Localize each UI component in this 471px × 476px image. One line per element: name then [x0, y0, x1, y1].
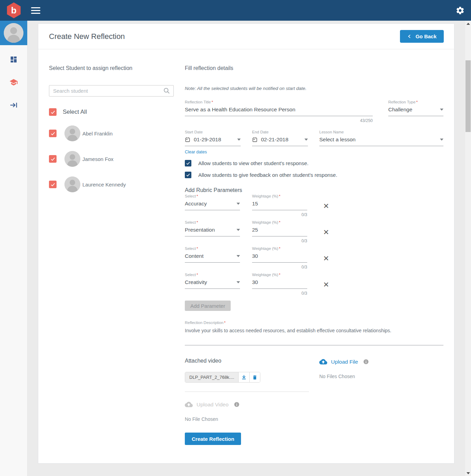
rubric-select-field: Select* Creativity	[185, 273, 240, 296]
chevron-down-icon	[304, 139, 308, 141]
clear-dates-link[interactable]: Clear dates	[185, 150, 207, 154]
rubric-weightage-input[interactable]: 15	[252, 201, 307, 210]
rubric-weightage-field: Weightage (%)* 25 0/3	[252, 220, 307, 243]
rubric-row: Select* Creativity Weightage (%)* 30 0/3…	[185, 273, 443, 296]
chevron-down-icon	[237, 281, 240, 283]
student-checkbox[interactable]	[49, 155, 57, 163]
rubric-weightage-input[interactable]: 25	[252, 227, 307, 236]
allow-view-label: Allow students to view other student's r…	[198, 160, 309, 166]
sidebar-item-dashboard[interactable]	[10, 55, 18, 63]
rubric-select-field: Select* Presentation	[185, 220, 240, 243]
chevron-down-icon	[237, 203, 240, 205]
rubric-weightage-label: Weightage (%)*	[252, 273, 307, 277]
reflection-type-select[interactable]: Challenge	[388, 107, 443, 116]
upload-video-button[interactable]: Upload Video	[185, 401, 319, 408]
form-note: Note: All the selected students will be …	[185, 86, 443, 91]
remove-parameter-button[interactable]: ✕	[323, 255, 329, 270]
students-panel: Select Student to assign reflection Sele…	[49, 65, 174, 445]
sidebar-item-courses[interactable]	[9, 78, 18, 87]
remove-parameter-button[interactable]: ✕	[323, 281, 329, 296]
remove-parameter-button[interactable]: ✕	[323, 202, 329, 217]
create-reflection-button[interactable]: Create Reflection	[185, 433, 241, 445]
left-sidebar	[0, 21, 28, 476]
checkmark-icon	[50, 156, 56, 162]
rubric-select-field: Select* Content	[185, 246, 240, 270]
rubric-parameter-value: Content	[185, 253, 203, 259]
rubric-parameter-value: Accuracy	[185, 201, 207, 207]
rubric-weightage-input[interactable]: 30	[252, 253, 307, 263]
info-icon[interactable]	[363, 359, 369, 365]
rubric-parameter-select[interactable]: Accuracy	[185, 201, 240, 210]
go-back-button[interactable]: Go Back	[400, 30, 444, 43]
rubric-parameter-select[interactable]: Content	[185, 253, 240, 263]
add-parameter-button[interactable]: Add Parameter	[185, 301, 231, 311]
allow-view-row: Allow students to view other student's r…	[185, 160, 443, 166]
scroll-up-button[interactable]	[465, 21, 471, 27]
end-date-label: End Date	[252, 130, 308, 134]
download-icon	[241, 374, 247, 380]
upload-file-section: Upload File No Files Chosen	[319, 358, 369, 445]
form-heading: Fill reflection details	[185, 65, 443, 71]
weightage-char-counter: 0/3	[252, 291, 307, 296]
delete-file-button[interactable]	[249, 372, 260, 382]
rubric-heading: Add Rubric Parameters	[185, 187, 443, 193]
start-date-picker[interactable]: 01-29-2018	[185, 136, 241, 146]
info-icon[interactable]	[234, 402, 240, 407]
rubric-weightage-input[interactable]: 30	[252, 279, 307, 289]
weightage-char-counter: 0/3	[252, 265, 307, 270]
students-panel-heading: Select Student to assign reflection	[49, 65, 174, 71]
hamburger-menu-icon[interactable]	[30, 6, 42, 15]
student-checkbox[interactable]	[49, 130, 57, 137]
student-checkbox[interactable]	[49, 181, 57, 188]
reflection-title-label: Reflection Title*	[185, 100, 373, 104]
rubric-weightage-label: Weightage (%)*	[252, 194, 307, 198]
end-date-picker[interactable]: 02-21-2018	[252, 136, 308, 146]
vertical-scrollbar[interactable]	[465, 21, 471, 476]
reflection-type-field: Reflection Type* Challenge	[388, 100, 443, 123]
reflection-type-label: Reflection Type*	[388, 100, 443, 104]
app-logo[interactable]: b	[6, 2, 22, 18]
allow-feedback-checkbox[interactable]	[185, 172, 191, 178]
rubric-weightage-label: Weightage (%)*	[252, 220, 307, 224]
allow-view-checkbox[interactable]	[185, 160, 191, 166]
rubric-select-label: Select*	[185, 220, 240, 224]
checkmark-icon	[186, 161, 190, 165]
scroll-down-icon	[467, 472, 470, 474]
settings-gear-icon[interactable]	[455, 6, 465, 15]
page-title: Create New Reflection	[49, 32, 125, 41]
scrollbar-thumb[interactable]	[465, 60, 471, 132]
search-icon	[163, 87, 170, 94]
lesson-name-field: Lesson Name Select a lesson	[319, 130, 443, 146]
no-files-chosen-text: No Files Chosen	[319, 374, 369, 379]
rubric-select-label: Select*	[185, 273, 240, 277]
remove-parameter-button[interactable]: ✕	[323, 229, 329, 243]
sidebar-item-profile[interactable]	[0, 21, 27, 45]
sidebar-item-logout[interactable]	[10, 101, 18, 109]
select-all-checkbox[interactable]	[49, 108, 57, 116]
exit-arrow-icon	[10, 101, 18, 109]
lesson-select-value: Select a lesson	[319, 136, 355, 143]
rubric-parameter-select[interactable]: Presentation	[185, 227, 240, 236]
student-search-input[interactable]	[53, 88, 163, 94]
cloud-upload-icon	[185, 401, 193, 408]
reflection-description-input[interactable]: Involve your skills to access needed res…	[185, 328, 443, 345]
checkmark-icon	[50, 131, 56, 136]
upload-file-button[interactable]: Upload File	[319, 358, 369, 366]
lesson-select[interactable]: Select a lesson	[319, 136, 443, 146]
rubric-parameter-select[interactable]: Creativity	[185, 279, 240, 289]
allow-feedback-row: Allow students to give feedback on other…	[185, 172, 443, 178]
student-name: Laurence Kennedy	[82, 182, 126, 188]
lesson-name-label: Lesson Name	[319, 130, 443, 134]
graduation-cap-icon	[9, 78, 18, 87]
rubric-parameter-value: Presentation	[185, 227, 215, 233]
reflection-title-input[interactable]: Serve as a Health Education Resource Per…	[185, 107, 373, 116]
title-char-counter: 43/250	[185, 118, 373, 123]
student-row: Jameson Fox	[49, 151, 174, 167]
start-date-value: 01-29-2018	[194, 136, 221, 143]
scroll-down-button[interactable]	[465, 470, 471, 476]
rubric-weightage-field: Weightage (%)* 30 0/3	[252, 246, 307, 270]
calendar-icon	[185, 137, 190, 142]
download-file-button[interactable]	[239, 372, 249, 382]
chevron-down-icon	[440, 139, 443, 141]
reflection-form: Fill reflection details Note: All the se…	[185, 65, 443, 445]
